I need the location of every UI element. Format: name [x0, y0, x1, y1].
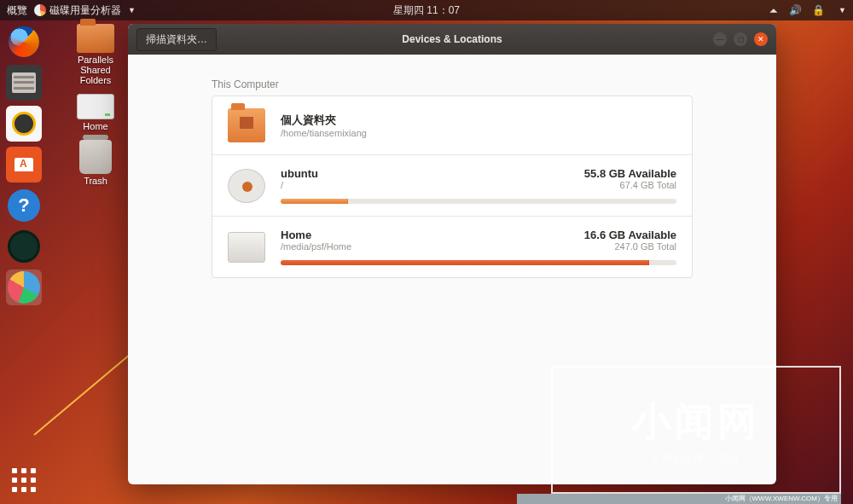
chevron-down-icon: ▼ — [128, 6, 136, 14]
section-header: This Computer — [212, 78, 693, 90]
scan-folder-button[interactable]: 掃描資料夾… — [136, 28, 217, 51]
volume-icon[interactable]: 🔊 — [789, 4, 802, 16]
row-available: 16.6 GB Available — [584, 229, 676, 241]
usage-bar — [281, 199, 676, 204]
launcher: ? — [3, 24, 44, 305]
row-total: 247.0 GB Total — [614, 241, 676, 252]
locations-list: 個人資料夾 /home/tiansemixiang ubuntu 55.8 GB… — [212, 96, 693, 278]
network-icon[interactable]: ⏶ — [769, 4, 779, 16]
row-name: 個人資料夾 — [281, 113, 336, 128]
maximize-button[interactable]: ◻ — [734, 32, 747, 46]
show-applications-button[interactable] — [12, 468, 36, 492]
location-row-home-media[interactable]: Home 16.6 GB Available /media/psf/Home 2… — [212, 216, 692, 277]
disk-analyzer-icon — [34, 4, 46, 16]
battery-icon[interactable]: 🔒 — [812, 4, 825, 16]
home-folder-icon — [228, 108, 265, 142]
window-title: Devices & Locations — [402, 33, 502, 45]
top-panel: 概覽 磁碟用量分析器 ▼ 星期四 11：07 ⏶ 🔊 🔒 ▼ — [0, 0, 853, 20]
rhythmbox-icon[interactable] — [6, 106, 42, 142]
desktop-parallels-folder[interactable]: Parallels Shared Folders — [77, 24, 114, 85]
watermark: 小闻网 XWENW.COM — [551, 366, 841, 494]
minimize-button[interactable]: — — [713, 32, 727, 46]
files-icon[interactable] — [6, 65, 42, 101]
desktop-icons: Parallels Shared Folders Home Trash — [60, 24, 131, 186]
watermark-strip: 小闻网（WWW.XWENW.COM）专用 — [517, 494, 841, 504]
clocks-icon[interactable] — [6, 229, 42, 264]
titlebar[interactable]: 掃描資料夾… Devices & Locations — ◻ ✕ — [128, 24, 776, 55]
help-icon[interactable]: ? — [6, 188, 42, 223]
activities-button[interactable]: 概覽 — [7, 3, 27, 18]
row-name: ubuntu — [281, 167, 318, 180]
row-total: 67.4 GB Total — [620, 180, 676, 190]
close-button[interactable]: ✕ — [754, 32, 768, 46]
location-row-ubuntu[interactable]: ubuntu 55.8 GB Available / 67.4 GB Total — [212, 154, 692, 216]
row-path: /media/psf/Home — [281, 241, 351, 252]
decorative-line — [33, 352, 132, 436]
software-center-icon[interactable] — [6, 147, 42, 182]
disk-icon — [228, 169, 265, 203]
row-name: Home — [281, 229, 311, 241]
app-menu[interactable]: 磁碟用量分析器 ▼ — [34, 3, 136, 18]
row-path: / — [281, 180, 283, 190]
disk-usage-analyzer-icon[interactable] — [6, 269, 42, 305]
row-available: 55.8 GB Available — [584, 167, 676, 180]
location-row-home-folder[interactable]: 個人資料夾 /home/tiansemixiang — [212, 96, 692, 154]
external-disk-icon — [228, 232, 265, 263]
row-path: /home/tiansemixiang — [281, 128, 367, 138]
desktop-home-drive[interactable]: Home — [77, 94, 114, 131]
chevron-down-icon: ▼ — [838, 6, 846, 14]
desktop-trash[interactable]: Trash — [79, 140, 112, 186]
clock[interactable]: 星期四 11：07 — [393, 3, 460, 18]
usage-bar — [281, 260, 676, 265]
firefox-icon[interactable] — [6, 24, 42, 60]
